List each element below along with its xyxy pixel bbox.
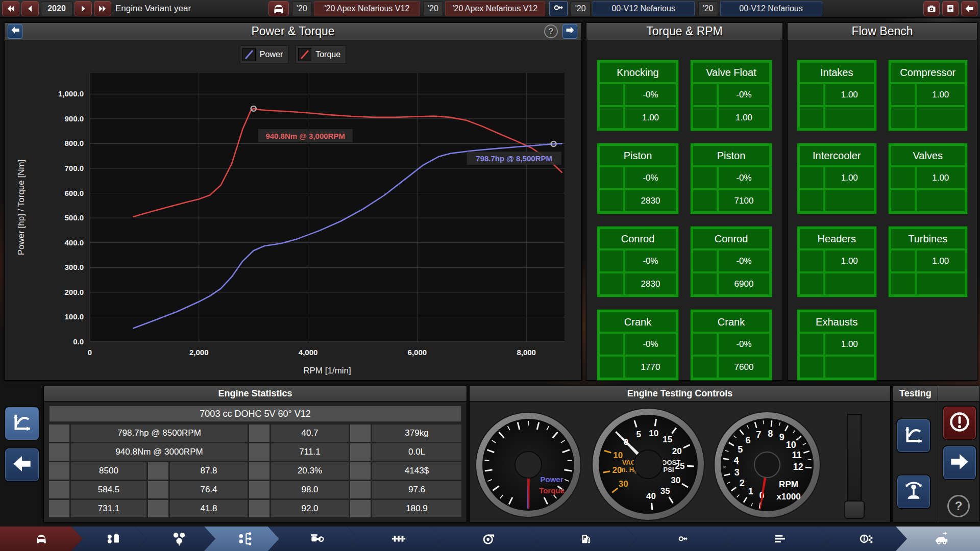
chart-back-button[interactable]: [8, 24, 22, 39]
camshaft-icon: [677, 533, 689, 544]
svg-text:0.0: 0.0: [73, 337, 84, 346]
toolbar-tab-car[interactable]: [0, 527, 83, 551]
legend-item-power[interactable]: Power: [240, 45, 288, 64]
svg-text:940.8Nm @ 3,000RPM: 940.8Nm @ 3,000RPM: [265, 132, 345, 140]
svg-text:9: 9: [779, 432, 785, 442]
svg-text:200.0: 200.0: [64, 288, 84, 296]
toolbar-tab-engine-variant[interactable]: [204, 527, 279, 551]
year-next-button[interactable]: [75, 1, 92, 16]
tab-car-variant[interactable]: '20 Apex Nefarious V12: [445, 1, 545, 16]
card-title: Piston: [600, 146, 676, 165]
screenshot-button[interactable]: [923, 1, 940, 16]
car-model-button[interactable]: [268, 1, 289, 16]
card-row: 1.00: [800, 334, 874, 355]
throttle-slider-handle[interactable]: [844, 500, 865, 519]
svg-text:4,000: 4,000: [299, 348, 318, 357]
big-arrow-left-icon: [12, 454, 32, 476]
torque_rpm-card-conrod: Conrod -0% 2830: [597, 226, 679, 297]
year-first-button[interactable]: [2, 1, 19, 16]
toolbar-tab-engine-folder[interactable]: [71, 527, 146, 551]
card-value: -0%: [719, 334, 769, 355]
engine-variant-icon: [237, 531, 254, 547]
double-right-icon: [98, 4, 107, 13]
card-row: 1.00: [891, 167, 965, 188]
tab-engine-family[interactable]: 00-V12 Nefarious: [593, 1, 695, 16]
car-era-badge-2: '20: [423, 1, 443, 16]
help-button[interactable]: ?: [947, 495, 970, 517]
top-bar: 2020 Engine Variant year '20 '20 Apex Ne…: [0, 0, 980, 18]
stats-row: 584.5 76.4 98.0 97.6: [49, 481, 461, 498]
chart-title: Power & Torque: [251, 24, 334, 38]
stat-value: 0.0L: [372, 443, 461, 461]
legend-swatch: [298, 48, 311, 61]
svg-text:10: 10: [649, 429, 658, 438]
svg-text:35: 35: [660, 486, 670, 496]
year-value: 2020: [41, 1, 72, 16]
car-icon: [272, 2, 285, 15]
tab-engine-variant[interactable]: 00-V12 Nefarious: [720, 1, 822, 16]
throttle-slider-track[interactable]: [847, 414, 862, 502]
card-row: 1.00: [600, 107, 676, 128]
flow-bench-cards: Intakes 1.00Compressor 1.00Intercooler 1…: [788, 40, 977, 380]
toolbar-tab-piston[interactable]: [268, 527, 358, 551]
engine-statistics-title: Engine Statistics: [218, 388, 292, 399]
chart-help-button[interactable]: ?: [544, 24, 558, 38]
torque_rpm-card-crank: Crank -0% 7600: [690, 309, 772, 381]
svg-text:5: 5: [738, 444, 743, 455]
svg-text:10: 10: [786, 440, 796, 450]
manual-control-button[interactable]: [896, 474, 931, 509]
card-row: 7600: [693, 357, 769, 378]
flow_bench-card-turbines: Turbines 1.00: [888, 226, 968, 297]
notes-button[interactable]: [942, 1, 959, 16]
fuel-pump-icon: [580, 533, 592, 545]
svg-text:900.0: 900.0: [64, 114, 84, 123]
card-row: -0%: [600, 251, 676, 271]
flow_bench-card-valves: Valves 1.00: [888, 143, 968, 214]
engine-button[interactable]: [549, 1, 568, 16]
car-era-badge: '20: [292, 1, 312, 16]
legend-item-torque[interactable]: Torque: [296, 45, 346, 64]
toolbar-tab-engine-family[interactable]: [135, 527, 215, 551]
car-icon: [35, 532, 48, 545]
power-torque-chart: 0.0100.0200.0300.0400.0500.0600.0700.080…: [5, 64, 582, 381]
svg-text:30: 30: [619, 479, 628, 489]
dyno-graph-button[interactable]: [4, 406, 40, 441]
toolbar-tab-camshaft[interactable]: [625, 527, 733, 551]
run-test-button[interactable]: [942, 445, 977, 480]
tab-car-trim[interactable]: '20 Apex Nefarious V12: [314, 1, 420, 16]
rpm-tachometer-gauge: 0123456789101112RPMx1000: [713, 410, 822, 519]
year-last-button[interactable]: [94, 1, 111, 16]
stat-value: 8500: [71, 462, 146, 480]
back-button[interactable]: [961, 1, 977, 16]
previous-screen-button[interactable]: [4, 447, 40, 482]
flow-bench-title: Flow Bench: [851, 24, 913, 38]
card-value: 1.00: [917, 251, 965, 271]
card-value: -0%: [625, 84, 676, 105]
stats-row: 940.8Nm @ 3000RPM 711.1 0.0L: [49, 443, 461, 461]
card-value: 1.00: [825, 167, 874, 188]
toolbar-tab-turbo[interactable]: [431, 527, 540, 551]
svg-text:0: 0: [88, 348, 92, 357]
tri-left-icon: [26, 4, 35, 13]
toolbar-tab-list[interactable]: [722, 527, 830, 551]
stat-value: 20.3%: [271, 462, 349, 480]
card-value: 1.00: [825, 334, 874, 355]
year-caption: Engine Variant year: [115, 4, 191, 14]
chart-next-button[interactable]: [562, 24, 577, 39]
test-info-icon: [859, 531, 874, 546]
card-row: 2830: [600, 273, 676, 294]
svg-text:30: 30: [671, 475, 680, 485]
toolbar-tab-car-export[interactable]: [896, 527, 980, 551]
toolbar-tab-crankshaft[interactable]: [347, 527, 443, 551]
toolbar-tab-test-info[interactable]: [819, 527, 907, 551]
card-title: Intakes: [800, 63, 874, 82]
engine-testing-controls-title: Engine Testing Controls: [627, 388, 733, 399]
engine-testing-screen: 2020 Engine Variant year '20 '20 Apex Ne…: [0, 0, 980, 551]
legend-swatch: [242, 48, 256, 61]
torque-rpm-panel: Torque & RPM Knocking -0% 1.00Valve Floa…: [586, 22, 783, 381]
abort-test-button[interactable]: [942, 406, 977, 440]
year-prev-button[interactable]: [21, 1, 39, 16]
testing-divider: [938, 386, 938, 522]
toolbar-tab-fuel-pump[interactable]: [528, 527, 636, 551]
dyno-curves-button[interactable]: [896, 418, 931, 453]
